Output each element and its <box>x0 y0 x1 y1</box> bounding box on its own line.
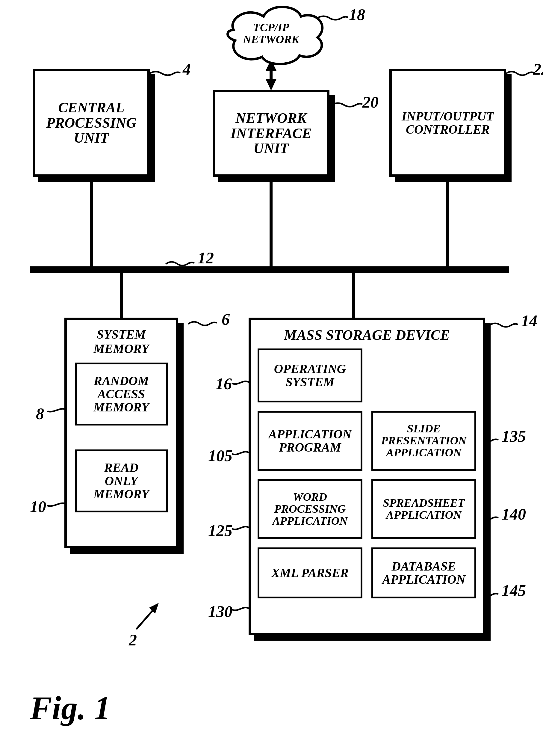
rom-l1: READ <box>104 461 138 474</box>
rom-l2: ONLY <box>105 474 138 488</box>
wp-l1: WORD <box>293 491 327 503</box>
ram-l2: ACCESS <box>98 387 145 401</box>
db-block: DATABASE APPLICATION <box>371 547 476 598</box>
netif-line1: NETWORK <box>236 111 306 126</box>
svg-line-8 <box>136 605 157 629</box>
rom-block: READ ONLY MEMORY <box>75 449 168 512</box>
ref-145: 145 <box>502 581 526 600</box>
slide-l3: APPLICATION <box>386 447 461 459</box>
xml-block: XML PARSER <box>258 547 362 598</box>
rom-l3: MEMORY <box>94 488 149 501</box>
network-cloud-label: TCP/IP NETWORK <box>246 22 296 46</box>
ref-22: 22 <box>533 60 543 79</box>
net-line2: NETWORK <box>243 34 299 46</box>
cpu-line3: UNIT <box>74 130 109 145</box>
cpu-line1: CENTRAL <box>58 100 124 115</box>
ref-140: 140 <box>502 505 526 523</box>
io-line2: CONTROLLER <box>406 123 490 136</box>
ref-125: 125 <box>208 521 233 540</box>
ref-4: 4 <box>183 60 191 79</box>
net-line1: TCP/IP <box>253 22 289 34</box>
ref-8: 8 <box>36 405 44 423</box>
ref-16: 16 <box>216 375 232 393</box>
system-memory-block: SYSTEM MEMORY RANDOM ACCESS MEMORY READ … <box>64 318 178 548</box>
ref-135: 135 <box>502 427 526 446</box>
wp-l2: PROCESSING <box>274 503 346 515</box>
ref-18: 18 <box>349 5 365 24</box>
svg-marker-6 <box>266 59 276 71</box>
ref-2: 2 <box>129 631 137 649</box>
ss-block: SPREADSHEET APPLICATION <box>371 479 476 539</box>
os-l2: SYSTEM <box>285 375 334 389</box>
storage-title: MASS STORAGE DEVICE <box>284 327 450 343</box>
cpu-block: CENTRAL PROCESSING UNIT <box>33 69 150 177</box>
xml-l1: XML PARSER <box>272 566 349 580</box>
ss-l1: SPREADSHEET <box>383 497 464 509</box>
app-l1: APPLICATION <box>269 428 351 441</box>
network-interface-block: NETWORK INTERFACE UNIT <box>213 90 329 177</box>
slide-l1: SLIDE <box>407 423 441 435</box>
ram-l1: RANDOM <box>94 374 149 387</box>
svg-marker-9 <box>149 603 159 614</box>
io-line1: INPUT/OUTPUT <box>402 110 494 123</box>
mass-storage-block: MASS STORAGE DEVICE OPERATING SYSTEM APP… <box>249 318 485 635</box>
os-l1: OPERATING <box>274 362 346 375</box>
figure-label: Fig. 1 <box>30 689 111 727</box>
ram-block: RANDOM ACCESS MEMORY <box>75 363 168 425</box>
ss-l2: APPLICATION <box>386 509 461 521</box>
ref-6: 6 <box>222 310 230 329</box>
ref-130: 130 <box>208 602 233 621</box>
io-controller-block: INPUT/OUTPUT CONTROLLER <box>389 69 506 177</box>
wp-block: WORD PROCESSING APPLICATION <box>258 479 362 539</box>
sysmem-title: SYSTEM MEMORY <box>72 327 171 356</box>
ref-12: 12 <box>198 249 214 267</box>
slide-block: SLIDE PRESENTATION APPLICATION <box>371 411 476 471</box>
wp-l3: APPLICATION <box>272 515 347 527</box>
db-l1: DATABASE <box>392 560 456 573</box>
os-block: OPERATING SYSTEM <box>258 348 362 402</box>
app-l2: PROGRAM <box>279 441 341 454</box>
svg-marker-7 <box>266 79 276 90</box>
slide-l2: PRESENTATION <box>381 435 466 447</box>
ram-l3: MEMORY <box>94 401 149 414</box>
ref-10: 10 <box>30 497 46 516</box>
ref-105: 105 <box>208 446 233 465</box>
app-program-block: APPLICATION PROGRAM <box>258 411 362 471</box>
ref-14: 14 <box>521 312 537 330</box>
ref-20: 20 <box>362 93 378 111</box>
netif-line2: INTERFACE <box>231 126 311 141</box>
db-l2: APPLICATION <box>382 573 465 586</box>
netif-line3: UNIT <box>254 141 288 156</box>
cpu-line2: PROCESSING <box>46 115 136 130</box>
